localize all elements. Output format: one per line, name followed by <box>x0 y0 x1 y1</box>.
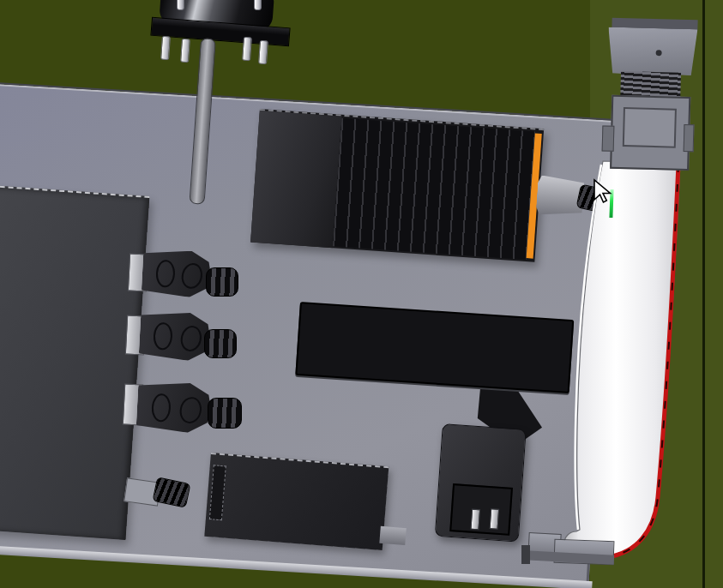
cad-viewport <box>0 0 723 588</box>
filter-module-face <box>449 483 513 536</box>
connector-pin <box>254 0 262 10</box>
cable-gland-3[interactable] <box>208 398 242 429</box>
connector-tab <box>602 125 615 151</box>
control-box-slot <box>209 465 226 520</box>
cable-gland-1[interactable] <box>206 267 238 297</box>
cable-gland-2[interactable] <box>204 329 237 358</box>
panel-seam-line <box>702 0 705 588</box>
control-box-connector <box>379 526 406 545</box>
connector-pin <box>177 0 184 10</box>
spade-terminal-left[interactable] <box>470 509 480 531</box>
filter-module[interactable] <box>435 423 527 543</box>
connector-pin <box>160 36 171 61</box>
power-converter[interactable] <box>250 109 544 262</box>
bracket-clip <box>521 545 530 564</box>
ribbon-connector-ribs <box>620 71 681 99</box>
connector-pin <box>242 37 252 62</box>
connector-pin <box>180 39 190 63</box>
ribbon-connector-body <box>607 27 697 76</box>
connector-pin <box>258 40 268 65</box>
spade-terminal-right[interactable] <box>490 508 500 530</box>
ribbon-connector-window <box>623 107 677 148</box>
control-box[interactable] <box>204 453 389 550</box>
connector-tab <box>684 124 695 152</box>
mouse-cursor-icon <box>592 178 614 204</box>
converter-body <box>250 111 342 248</box>
converter-fins <box>333 118 535 260</box>
